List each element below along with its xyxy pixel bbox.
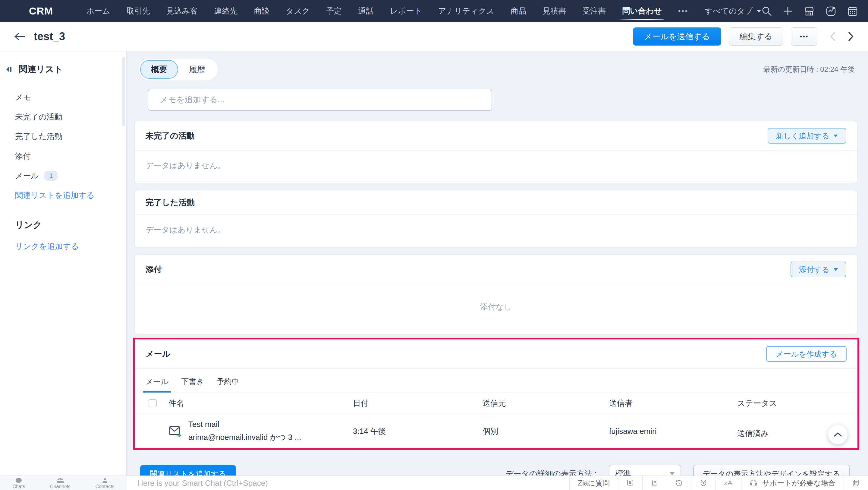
collapse-sidebar-icon[interactable] <box>5 65 13 73</box>
empty-state-text: データはありません。 <box>135 215 857 247</box>
nav-tab-deals[interactable]: 商談 <box>254 0 270 22</box>
footer-controls: 関連リストを追加する データの詳細の表示方法 : 標準 データの表示方法やデザイ… <box>140 465 850 475</box>
email-date: 3:14 午後 <box>353 426 483 437</box>
highlight-annotation-box: メール メールを作成する メール 下書き 予約中 件名 <box>133 338 859 450</box>
previous-record-icon[interactable] <box>830 31 836 41</box>
top-navigation: CRM ホーム 取引先 見込み客 連絡先 商談 タスク 予定 通話 レポート ア… <box>0 0 868 22</box>
documents-icon[interactable] <box>642 476 667 490</box>
related-list-title: 関連リスト <box>19 63 63 76</box>
email-subject[interactable]: Test mail <box>188 420 301 429</box>
nav-tab-leads[interactable]: 見込み客 <box>166 0 198 22</box>
nav-tab-quotes[interactable]: 見積書 <box>542 0 566 22</box>
section-title: 完了した活動 <box>146 197 195 208</box>
sidebar-item-open-activities[interactable]: 未完了の活動 <box>0 107 126 127</box>
marketplace-icon[interactable] <box>804 5 815 17</box>
email-subtabs: メール 下書き 予約中 <box>135 369 858 393</box>
sidebar-item-attachments[interactable]: 添付 <box>0 146 126 166</box>
tab-overview[interactable]: 概要 <box>140 60 178 79</box>
column-header-source: 送信元 <box>483 398 609 408</box>
record-header: test_3 メールを送信する 編集する ••• <box>0 22 868 51</box>
add-new-activity-button[interactable]: 新しく追加する <box>768 128 846 144</box>
zia-pulse-icon[interactable] <box>825 5 837 17</box>
links-section-title: リンク <box>0 205 126 236</box>
nav-tab-analytics[interactable]: アナリティクス <box>438 0 494 22</box>
edit-button[interactable]: 編集する <box>729 27 783 46</box>
history-icon[interactable] <box>667 476 691 490</box>
last-updated-timestamp: 最新の更新日時 : 02:24 午後 <box>764 64 855 74</box>
nav-tab-sales-orders[interactable]: 受注書 <box>582 0 606 22</box>
add-note-input[interactable] <box>148 89 492 111</box>
nav-tab-contacts[interactable]: 連絡先 <box>214 0 238 22</box>
nav-tab-accounts[interactable]: 取引先 <box>127 0 150 22</box>
nav-tab-cases-active[interactable]: 問い合わせ <box>622 0 662 22</box>
subtab-mails[interactable]: メール <box>146 377 168 393</box>
brand-name: CRM <box>29 5 53 17</box>
copy-record-icon[interactable] <box>844 476 868 490</box>
nav-tab-reports[interactable]: レポート <box>390 0 422 22</box>
calendar-icon[interactable] <box>847 5 858 17</box>
attachments-section: 添付 添付する 添付なし <box>134 255 858 334</box>
nav-tabs: ホーム 取引先 見込み客 連絡先 商談 タスク 予定 通話 レポート アナリティ… <box>86 0 761 22</box>
reminders-icon[interactable] <box>691 476 715 490</box>
nav-more-tabs-icon[interactable]: ••• <box>678 7 688 16</box>
chevron-down-icon <box>834 268 838 271</box>
back-arrow-icon[interactable] <box>14 32 26 41</box>
sidebar-item-emails[interactable]: メール 1 <box>0 166 126 185</box>
scroll-to-top-button[interactable] <box>828 425 847 444</box>
section-title: 未完了の活動 <box>146 131 195 141</box>
nav-tab-tasks[interactable]: タスク <box>286 0 310 22</box>
envelope-sent-icon <box>168 425 182 437</box>
add-related-list-link[interactable]: 関連リストを追加する <box>0 185 126 205</box>
column-header-date: 日付 <box>353 398 483 408</box>
more-actions-button[interactable]: ••• <box>791 27 817 46</box>
sidebar-item-notes[interactable]: メモ <box>0 87 126 107</box>
chevron-up-icon <box>833 432 842 437</box>
email-recipients: arima@noemail.invalid かつ 3 ... <box>188 432 301 443</box>
nav-tab-products[interactable]: 商品 <box>510 0 526 22</box>
add-link-link[interactable]: リンクを追加する <box>0 236 126 256</box>
plus-icon[interactable] <box>782 6 793 17</box>
sidebar-item-closed-activities[interactable]: 完了した活動 <box>0 127 126 146</box>
subtab-drafts[interactable]: 下書き <box>181 377 204 393</box>
support-button[interactable]: サポートが必要な場合 <box>741 476 844 490</box>
page-title: test_3 <box>34 30 65 43</box>
emails-table: 件名 日付 送信元 送信者 ステータス Test mail arima@noem… <box>135 393 858 448</box>
business-card-icon[interactable] <box>618 476 642 490</box>
display-mode-select[interactable]: 標準 <box>609 465 681 475</box>
compose-mail-button[interactable]: メールを作成する <box>766 346 846 362</box>
record-detail-panel: 概要 履歴 最新の更新日時 : 02:24 午後 未完了の活動 新しく追加する … <box>127 51 868 475</box>
contact-icon <box>102 478 108 484</box>
attach-button[interactable]: 添付する <box>790 262 846 277</box>
chevron-down-icon <box>670 472 675 475</box>
customize-display-button[interactable]: データの表示方法やデザインを設定する <box>693 465 850 475</box>
table-row[interactable]: Test mail arima@noemail.invalid かつ 3 ...… <box>135 414 858 448</box>
add-related-list-button[interactable]: 関連リストを追加する <box>140 465 236 476</box>
all-tabs-dropdown[interactable]: すべてのタブ <box>705 6 761 16</box>
smart-chat-input[interactable] <box>137 479 559 488</box>
chevron-down-icon <box>756 10 761 13</box>
section-title: 添付 <box>146 264 162 275</box>
tab-timeline[interactable]: 履歴 <box>178 60 216 79</box>
next-record-icon[interactable] <box>847 31 854 41</box>
send-mail-button[interactable]: メールを送信する <box>633 27 721 46</box>
chevron-down-icon <box>834 135 838 137</box>
sidebar-scrollbar[interactable] <box>122 57 125 126</box>
subtab-scheduled[interactable]: 予約中 <box>217 377 239 393</box>
channels-button[interactable]: Channels <box>50 477 70 489</box>
email-source: 個別 <box>483 426 609 437</box>
smart-chat-bar: Chats Channels Contacts Ziaに質問 Z サポートが必要… <box>0 475 868 490</box>
view-tabs: 概要 履歴 <box>138 59 218 80</box>
signature-icon[interactable]: Z <box>715 476 741 490</box>
column-header-subject: 件名 <box>168 398 353 408</box>
search-icon[interactable] <box>761 6 772 17</box>
select-all-checkbox[interactable] <box>149 399 157 407</box>
column-header-sender: 送信者 <box>609 398 737 408</box>
contacts-button[interactable]: Contacts <box>95 477 114 489</box>
nav-tab-events[interactable]: 予定 <box>326 0 342 22</box>
nav-tab-home[interactable]: ホーム <box>86 0 110 22</box>
related-list-sidebar: 関連リスト メモ 未完了の活動 完了した活動 添付 メール 1 関連リストを追加… <box>0 51 127 475</box>
nav-tab-calls[interactable]: 通話 <box>358 0 374 22</box>
ask-zia-button[interactable]: Ziaに質問 <box>569 476 618 490</box>
empty-state-text: 添付なし <box>135 284 857 334</box>
chats-button[interactable]: Chats <box>12 477 25 489</box>
